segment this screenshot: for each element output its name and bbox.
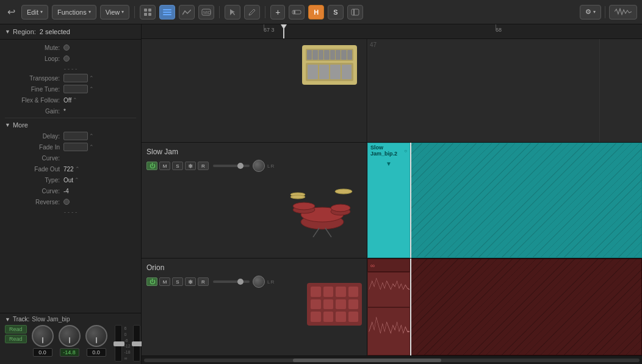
region-inspector-button[interactable]	[347, 5, 363, 20]
gain-row: Gain: *	[0, 105, 141, 116]
loop-region-button[interactable]	[289, 5, 305, 20]
region-selected-count: 2 selected	[40, 28, 70, 35]
grid-line-1	[367, 39, 368, 142]
tool-pencil-button[interactable]	[244, 5, 260, 20]
pad-9[interactable]	[311, 312, 321, 322]
reverse-toggle[interactable]	[63, 199, 70, 205]
scrollbar-thumb[interactable]	[293, 359, 442, 362]
pad-10[interactable]	[323, 312, 334, 322]
type-stepper[interactable]: ⌃	[74, 177, 79, 183]
track-49-slider-thumb[interactable]	[237, 163, 243, 169]
fader-1[interactable]	[115, 325, 122, 362]
track-51-record[interactable]: R	[198, 277, 209, 286]
separator-3	[265, 6, 265, 18]
cyan-down-arrow: ▼	[368, 160, 409, 167]
pad-11[interactable]	[336, 312, 346, 322]
transpose-value[interactable]	[63, 74, 88, 82]
midi-button[interactable]: MIDI	[198, 5, 214, 20]
drum-kit-image	[283, 167, 362, 240]
s-button[interactable]: S	[328, 5, 343, 20]
track-49-power[interactable]: ⏻	[146, 162, 157, 170]
view-menu-button[interactable]: View ▾	[100, 5, 130, 20]
pan-knob[interactable]	[32, 325, 54, 347]
tool-select-button[interactable]	[225, 5, 240, 20]
fader-2-thumb[interactable]	[132, 341, 143, 346]
pad-8[interactable]	[348, 299, 359, 310]
pad-6[interactable]	[323, 299, 334, 310]
region-properties: Mute: Loop: - - - - Transpose: ⌃ Fine Tu…	[0, 40, 141, 313]
flex-follow-stepper[interactable]: ⌃	[73, 97, 78, 103]
track-49-freeze[interactable]: ❄	[185, 162, 196, 170]
back-button[interactable]: ↩	[5, 6, 18, 18]
svg-rect-4	[163, 9, 171, 10]
track-51-slider-thumb[interactable]	[237, 279, 243, 285]
horizontal-scrollbar[interactable]	[144, 359, 640, 362]
fine-tune-stepper[interactable]: ⌃	[89, 86, 94, 92]
track-49-vol-knob[interactable]	[253, 160, 265, 172]
functions-menu-button[interactable]: Functions ▾	[52, 5, 96, 20]
timeline-mark-68: 68	[496, 27, 502, 33]
region-cyan-main[interactable]: Slow Jam_bip.2 ○ ▼	[367, 143, 410, 258]
region-cyan-right[interactable]	[410, 143, 642, 258]
mute-toggle[interactable]	[63, 45, 70, 51]
pad-3[interactable]	[336, 287, 346, 297]
svg-rect-12	[353, 9, 355, 15]
track-49-mute[interactable]: M	[159, 162, 170, 170]
delay-value[interactable]	[63, 132, 88, 140]
settings-button[interactable]: ⚙ ▾	[580, 5, 601, 20]
track-triangle[interactable]: ▼	[5, 316, 10, 323]
region-cyan-circle: ○	[404, 148, 407, 154]
fine-tune-value[interactable]	[63, 85, 88, 93]
pad-4[interactable]	[348, 287, 359, 297]
track-51-mute[interactable]: M	[159, 277, 170, 286]
loop-toggle[interactable]	[63, 55, 70, 62]
pad-1[interactable]	[311, 287, 321, 297]
fadein-stepper[interactable]: ⌃	[89, 144, 94, 150]
fader-1-thumb[interactable]	[114, 341, 124, 346]
read-label-2[interactable]: Read	[5, 335, 27, 343]
more-section[interactable]: ▼ More	[0, 120, 141, 130]
svg-rect-5	[163, 12, 171, 13]
pad-2[interactable]	[323, 287, 334, 297]
region-brown-right[interactable]	[410, 259, 642, 355]
svg-text:MIDI: MIDI	[203, 10, 211, 15]
grid-view-button[interactable]	[140, 5, 156, 20]
curve-in-label: Curve:	[5, 155, 60, 162]
region-brown-header[interactable]: ∞	[367, 259, 410, 272]
fadeout-stepper[interactable]: ⌃	[75, 166, 80, 172]
track-49-slider[interactable]	[213, 165, 250, 167]
track-51-power[interactable]: ⏻	[146, 277, 157, 286]
pad-7[interactable]	[336, 299, 346, 310]
track-51-slider[interactable]	[213, 280, 250, 283]
region-brown-mid1[interactable]	[367, 272, 410, 307]
list-view-button[interactable]	[159, 5, 175, 20]
pad-5[interactable]	[311, 299, 321, 310]
track-name: Slow Jam_bip	[32, 316, 70, 323]
mute-row: Mute:	[0, 42, 141, 53]
edit-menu-button[interactable]: Edit ▾	[21, 5, 48, 20]
pad-12[interactable]	[348, 312, 359, 322]
h-button[interactable]: H	[308, 5, 324, 20]
waveform-button[interactable]	[609, 5, 637, 20]
aux-knob[interactable]	[85, 325, 107, 347]
fadein-value[interactable]	[63, 143, 88, 151]
automation-button[interactable]	[179, 5, 195, 20]
track-51-solo[interactable]: S	[172, 277, 183, 286]
track-51-lr: LR	[267, 279, 274, 285]
volume-knob[interactable]	[59, 325, 81, 347]
track-49-record[interactable]: R	[198, 162, 209, 170]
fader-2[interactable]	[133, 325, 140, 362]
track-49-solo[interactable]: S	[172, 162, 183, 170]
track-51-vol-knob[interactable]	[253, 276, 265, 288]
read-label-1[interactable]: Read	[5, 325, 27, 334]
add-button[interactable]: +	[270, 5, 285, 20]
gear-icon: ⚙	[585, 8, 591, 16]
track-51-freeze[interactable]: ❄	[185, 277, 196, 286]
grid-line-2	[599, 39, 600, 142]
collapse-triangle[interactable]: ▼	[5, 29, 10, 35]
region-brown-mid2[interactable]	[367, 307, 410, 356]
transpose-stepper[interactable]: ⌃	[89, 75, 94, 81]
region-cyan-label: Slow Jam_bip.2	[370, 145, 404, 157]
delay-stepper[interactable]: ⌃	[89, 133, 94, 139]
track-section: ▼ Track: Slow Jam_bip Read Read 0.0 -14.…	[0, 313, 141, 364]
